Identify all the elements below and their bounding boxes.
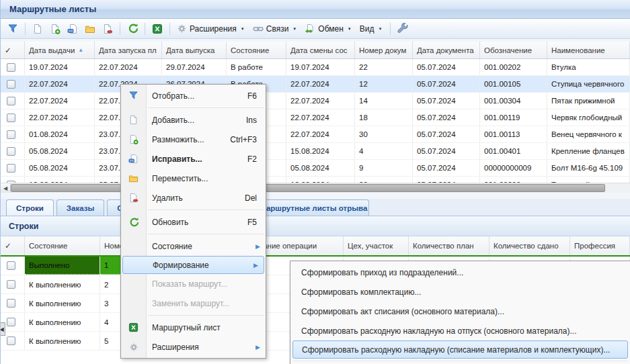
column-header-designation[interactable]: Обозначение bbox=[480, 42, 547, 58]
row-checkbox[interactable] bbox=[7, 181, 15, 183]
column-header-profession[interactable]: Профессия bbox=[570, 236, 630, 255]
table-cell: 12.08.2024 bbox=[25, 177, 95, 183]
menu-separator bbox=[148, 315, 264, 316]
column-header-state[interactable]: Состояние bbox=[227, 42, 286, 58]
row-select-cell bbox=[1, 143, 25, 159]
menu-shortcut: Del bbox=[245, 193, 266, 203]
menu-item[interactable]: Переместить... bbox=[121, 169, 266, 188]
delete-document-icon bbox=[102, 24, 113, 34]
menu-item-label: Добавить... bbox=[146, 116, 246, 125]
row-checkbox[interactable] bbox=[7, 299, 15, 308]
chevron-down-icon: ▼ bbox=[378, 27, 382, 31]
column-header-launch-date[interactable]: Дата запуска пл bbox=[95, 42, 162, 58]
row-checkbox[interactable] bbox=[7, 336, 15, 345]
column-header-issue-date[interactable]: Дата выдачи▲ bbox=[25, 42, 95, 58]
check-column-header[interactable]: ✓ bbox=[1, 42, 25, 58]
row-checkbox[interactable] bbox=[7, 97, 15, 105]
table-row[interactable]: 05.08.202423.07.202405.08.2024905.07.202… bbox=[1, 160, 630, 177]
table-row[interactable]: 01.08.202423.07.202422.07.20243005.07.20… bbox=[1, 126, 630, 143]
table-row[interactable]: 22.07.202422.07.202422.07.20241805.07.20… bbox=[1, 109, 630, 126]
menu-item[interactable]: Добавить...Ins bbox=[121, 110, 266, 130]
duplicate-button[interactable] bbox=[47, 21, 63, 37]
check-column-header[interactable]: ✓ bbox=[1, 236, 25, 255]
toolbar-separator bbox=[169, 23, 170, 35]
column-header-state-change-date[interactable]: Дата смены сос bbox=[286, 42, 355, 58]
menu-item-label: Обновить bbox=[146, 218, 247, 227]
tab-stroki[interactable]: Строки bbox=[6, 199, 54, 216]
table-cell: 001.00304 bbox=[480, 93, 547, 109]
column-header-release-date[interactable]: Дата выпуска bbox=[162, 42, 227, 58]
menu-item-label: Отобрать... bbox=[146, 91, 247, 101]
links-dropdown[interactable]: Связи▼ bbox=[250, 21, 301, 37]
view-dropdown[interactable]: Вид▼ bbox=[357, 21, 387, 37]
menu-separator bbox=[148, 210, 264, 210]
menu-item[interactable]: Формирование▶ bbox=[122, 256, 264, 274]
filter-button[interactable] bbox=[5, 21, 21, 37]
table-row[interactable]: 19.07.202422.07.202429.07.2024В работе19… bbox=[1, 59, 630, 76]
scrollbar-thumb[interactable] bbox=[11, 184, 605, 192]
menu-item[interactable]: Размножить...Ctrl+F3 bbox=[121, 130, 266, 149]
horizontal-scrollbar[interactable]: ◀ bbox=[1, 183, 630, 193]
column-header-qty-plan[interactable]: Количество план bbox=[409, 236, 489, 255]
menu-item[interactable]: ОбновитьF5 bbox=[121, 212, 266, 232]
table-cell: 22.07.2024 bbox=[25, 76, 95, 92]
column-header-doc-number[interactable]: Номер докум bbox=[355, 42, 413, 58]
edit-button[interactable] bbox=[65, 21, 81, 37]
table-row[interactable]: 12.08.202425.07.202412.08.20242005.07.20… bbox=[1, 177, 630, 183]
row-checkbox[interactable] bbox=[7, 164, 15, 173]
folder-icon bbox=[128, 173, 139, 183]
scroll-left-button[interactable]: ◀ bbox=[1, 183, 11, 193]
excel-icon bbox=[128, 322, 139, 332]
table-row[interactable]: 22.07.202422.07.202422.07.20241405.07.20… bbox=[1, 93, 630, 109]
column-header-name[interactable]: Наименование bbox=[547, 42, 630, 58]
table-row[interactable]: 05.08.202423.07.202415.08.2024405.07.202… bbox=[1, 143, 630, 160]
tab-zakazy[interactable]: Заказы bbox=[56, 199, 104, 216]
row-checkbox[interactable] bbox=[7, 261, 15, 270]
move-button[interactable] bbox=[82, 21, 98, 37]
settings-button[interactable] bbox=[395, 21, 411, 37]
column-header-qty-done[interactable]: Количество сдано bbox=[489, 236, 570, 255]
edit-document-icon bbox=[67, 24, 78, 34]
table-row[interactable]: 22.07.202422.07.202426.07.2024В работе22… bbox=[1, 76, 630, 93]
row-select-cell bbox=[1, 294, 25, 312]
column-header-workshop[interactable]: Цех, участок bbox=[344, 236, 409, 255]
extensions-dropdown[interactable]: Расширения▼ bbox=[174, 21, 249, 37]
menu-item[interactable]: Исправить...F2 bbox=[121, 149, 266, 169]
submenu-item[interactable]: Сформировать комплектацию... bbox=[290, 282, 630, 302]
column-header-line-state[interactable]: Состояние bbox=[25, 236, 100, 255]
menu-item-label: Размножить... bbox=[146, 135, 230, 144]
row-checkbox[interactable] bbox=[7, 80, 15, 89]
add-button[interactable] bbox=[30, 21, 46, 37]
table-cell: 05.07.2024 bbox=[413, 143, 480, 159]
row-checkbox[interactable] bbox=[7, 280, 15, 289]
chevron-down-icon: ▼ bbox=[348, 27, 352, 31]
row-checkbox[interactable] bbox=[7, 147, 15, 156]
table-cell: 001.00200 bbox=[480, 177, 547, 183]
submenu-item[interactable]: Сформировать расходную накладную на отпу… bbox=[290, 321, 630, 340]
export-excel-button[interactable] bbox=[149, 21, 165, 37]
gear-icon bbox=[121, 343, 146, 352]
tab-route-sheets-tear-off[interactable]: Маршрутные листы отрыва bbox=[258, 199, 369, 216]
column-header-doc-date[interactable]: Дата документа bbox=[413, 42, 480, 58]
scroll-left-arrow[interactable]: ◀ bbox=[0, 322, 5, 336]
submenu-item[interactable]: Сформировать расходную накладную (списан… bbox=[292, 340, 628, 359]
refresh-button[interactable] bbox=[124, 21, 141, 37]
row-checkbox[interactable] bbox=[7, 63, 15, 72]
menu-item[interactable]: Расширения▶ bbox=[121, 337, 266, 357]
delete-button[interactable] bbox=[100, 21, 116, 37]
row-checkbox[interactable] bbox=[7, 318, 15, 326]
submenu-item[interactable]: Сформировать приход из подразделений... bbox=[290, 263, 630, 282]
menu-item[interactable]: Состояние▶ bbox=[121, 236, 266, 256]
toolbar-separator bbox=[390, 23, 391, 35]
exchange-dropdown[interactable]: Обмен▼ bbox=[302, 21, 355, 37]
menu-separator bbox=[293, 361, 627, 361]
lines-header-row: ✓ Состояние Номер Наименование операции … bbox=[1, 236, 630, 257]
menu-item[interactable]: Отобрать...F6 bbox=[121, 86, 266, 105]
row-select-cell bbox=[1, 109, 25, 126]
menu-item[interactable]: УдалитьDel bbox=[121, 188, 266, 208]
table-cell: 22.07.2024 bbox=[95, 59, 162, 75]
row-checkbox[interactable] bbox=[7, 130, 15, 139]
menu-item[interactable]: Маршрутный лист bbox=[121, 318, 266, 337]
submenu-item[interactable]: Сформировать акт списания (основного мат… bbox=[290, 302, 630, 321]
row-checkbox[interactable] bbox=[7, 113, 15, 122]
